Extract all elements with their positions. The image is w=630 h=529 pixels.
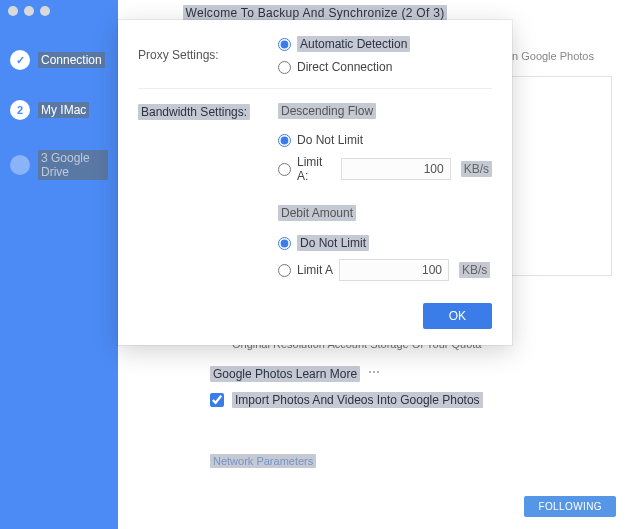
step-label: Connection: [38, 52, 105, 68]
download-limit-radio[interactable]: [278, 163, 291, 176]
step-label: My IMac: [38, 102, 89, 118]
ok-button[interactable]: OK: [423, 303, 492, 329]
check-icon: [10, 50, 30, 70]
proxy-settings-label: Proxy Settings:: [138, 48, 268, 62]
import-photos-checkbox[interactable]: [210, 393, 224, 407]
following-button[interactable]: FOLLOWING: [524, 496, 616, 517]
traffic-light-min[interactable]: [24, 6, 34, 16]
download-nolimit-label: Do Not Limit: [297, 133, 363, 147]
google-photos-header: Google Photos Learn More: [210, 366, 360, 382]
step-google-drive[interactable]: 3 Google Drive: [0, 144, 118, 186]
upload-limit-input[interactable]: [339, 259, 449, 281]
network-parameters-link[interactable]: Network Parameters: [210, 454, 316, 468]
upload-limit-unit: KB/s: [459, 262, 490, 278]
download-nolimit-radio[interactable]: [278, 134, 291, 147]
proxy-auto-radio[interactable]: [278, 38, 291, 51]
step-number-icon: 2: [10, 100, 30, 120]
upload-limit-label: Limit A: [297, 263, 333, 277]
step-my-imac[interactable]: 2 My IMac: [0, 94, 118, 126]
traffic-light-close[interactable]: [8, 6, 18, 16]
upload-nolimit-label: Do Not Limit: [297, 235, 369, 251]
upload-limit-radio[interactable]: [278, 264, 291, 277]
upload-rate-label: Debit Amount: [278, 205, 356, 221]
step-future-icon: [10, 155, 30, 175]
overflow-icon[interactable]: ⋯: [368, 365, 381, 379]
download-rate-label: Descending Flow: [278, 103, 376, 119]
upload-nolimit-radio[interactable]: [278, 237, 291, 250]
download-limit-input[interactable]: [341, 158, 451, 180]
import-photos-label: Import Photos And Videos Into Google Pho…: [232, 392, 483, 408]
step-connection[interactable]: Connection: [0, 44, 118, 76]
download-limit-unit: KB/s: [461, 161, 492, 177]
proxy-direct-radio[interactable]: [278, 61, 291, 74]
proxy-auto-label: Automatic Detection: [297, 36, 410, 52]
network-settings-dialog: Proxy Settings: Automatic Detection Dire…: [118, 20, 512, 345]
proxy-direct-label: Direct Connection: [297, 60, 392, 74]
step-label: 3 Google Drive: [38, 150, 108, 180]
download-limit-label: Limit A:: [297, 155, 335, 183]
traffic-light-max[interactable]: [40, 6, 50, 16]
sidebar: Connection 2 My IMac 3 Google Drive: [0, 0, 118, 529]
bandwidth-settings-label: Bandwidth Settings:: [138, 103, 268, 119]
